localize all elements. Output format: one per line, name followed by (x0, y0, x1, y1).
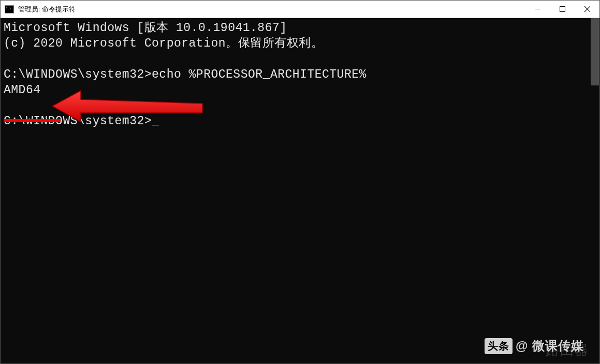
prompt-path: C:\WINDOWS\system32> (4, 68, 152, 81)
watermark: 头条 @ 微课传媒 (485, 338, 584, 354)
window-controls (525, 1, 599, 18)
close-button[interactable] (575, 1, 599, 18)
copyright-line: (c) 2020 Microsoft Corporation。保留所有权利。 (4, 37, 323, 50)
command-output: AMD64 (4, 83, 41, 97)
cmd-icon (5, 5, 14, 13)
cursor: _ (152, 114, 159, 128)
version-line: Microsoft Windows [版本 10.0.19041.867] (4, 21, 287, 35)
watermark-badge: 头条 (485, 338, 513, 354)
cmd-window: 管理员: 命令提示符 Microsoft Windows [版本 10.0.19… (0, 0, 600, 364)
terminal-output[interactable]: Microsoft Windows [版本 10.0.19041.867] (c… (1, 18, 590, 363)
window-title: 管理员: 命令提示符 (18, 5, 525, 14)
watermark-text: @ 微课传媒 (516, 338, 584, 354)
titlebar[interactable]: 管理员: 命令提示符 (1, 1, 599, 18)
minimize-button[interactable] (525, 1, 550, 18)
entered-command: echo %PROCESSOR_ARCHITECTURE% (152, 68, 367, 81)
svg-rect-1 (560, 7, 565, 12)
terminal-area: Microsoft Windows [版本 10.0.19041.867] (c… (1, 18, 599, 363)
scrollbar-thumb[interactable] (591, 18, 599, 85)
vertical-scrollbar[interactable] (590, 18, 599, 363)
prompt-path: C:\WINDOWS\system32> (4, 114, 152, 128)
svg-rect-0 (535, 9, 540, 9)
maximize-button[interactable] (550, 1, 575, 18)
